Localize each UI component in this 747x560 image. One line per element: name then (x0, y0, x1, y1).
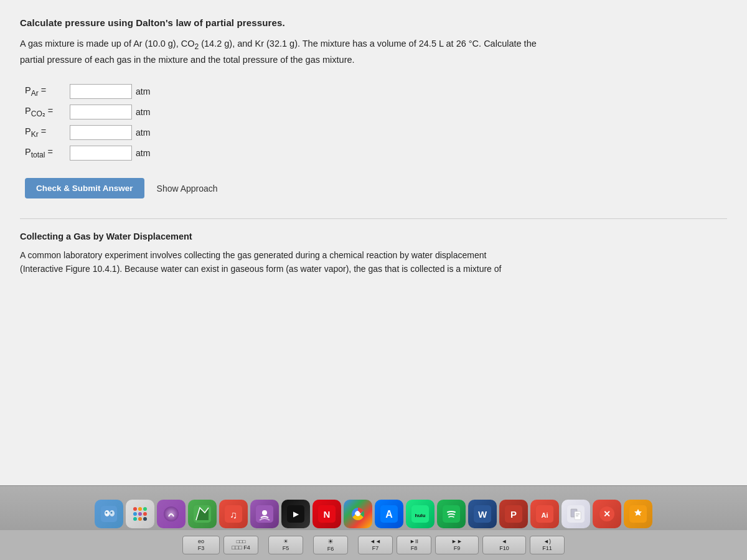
section-title: Calculate pressure using Dalton's law of… (20, 17, 727, 28)
key-f4[interactable]: □□□ □□□ F4 (223, 536, 258, 554)
par-unit: atm (136, 86, 150, 96)
svg-point-8 (133, 512, 137, 516)
key-f4-top: □□□ (237, 539, 246, 545)
svg-point-5 (133, 507, 137, 511)
keyboard-row: eo F3 □□□ □□□ F4 ☀ F5 ☀ F6 ◄◄ F7 ►II F8 … (0, 530, 747, 560)
section2-text-line2: (Interactive Figure 10.4.1). Because wat… (20, 263, 727, 276)
key-f3-label: eo (198, 538, 204, 545)
key-f9[interactable]: ►► F9 (435, 536, 479, 554)
dock-item-preview[interactable] (561, 500, 590, 528)
dock-item-chrome[interactable] (344, 500, 372, 528)
pkr-unit: atm (136, 128, 150, 138)
svg-text:N: N (324, 509, 331, 520)
svg-point-9 (138, 512, 142, 516)
key-f7-icon: ◄◄ (370, 538, 381, 545)
svg-text:hulu: hulu (415, 513, 426, 518)
problem-line1: A gas mixture is made up of Ar (10.0 g),… (20, 39, 537, 49)
svg-text:W: W (478, 509, 487, 520)
svg-point-12 (138, 517, 142, 521)
ptotal-input[interactable] (70, 146, 132, 161)
buttons-row: Check & Submit Answer Show Approach (25, 178, 727, 198)
dock-item-word[interactable]: W (468, 500, 497, 528)
pkr-label: PKr = (25, 126, 70, 139)
key-f5-icon: ☀ (283, 538, 288, 545)
key-f10-label: F10 (499, 545, 509, 552)
dock-item-translate[interactable]: A (375, 500, 403, 528)
dock-item-maps[interactable] (188, 500, 217, 528)
dock-item-podcasts[interactable] (250, 500, 279, 528)
dock-item-system[interactable] (624, 500, 652, 528)
pco2-label: PCO₂ = (25, 106, 70, 118)
svg-point-4 (111, 511, 113, 513)
par-label: PAr = (25, 85, 70, 98)
pco2-input[interactable] (70, 105, 132, 119)
key-f7[interactable]: ◄◄ F7 (358, 536, 393, 554)
divider (20, 218, 727, 219)
pkr-input[interactable] (70, 125, 132, 140)
ptotal-row: Ptotal = atm (25, 146, 727, 161)
problem-text: A gas mixture is made up of Ar (10.0 g),… (20, 37, 727, 67)
key-f7-label: F7 (372, 545, 379, 552)
svg-text:♫: ♫ (230, 510, 237, 520)
key-f8[interactable]: ►II F8 (397, 536, 431, 554)
section2-title: Collecting a Gas by Water Displacement (20, 231, 727, 241)
dock-item-acrobat[interactable]: Ai (530, 500, 559, 528)
svg-point-11 (133, 517, 137, 521)
svg-point-13 (143, 517, 147, 521)
dock-item-close[interactable]: ✕ (593, 500, 621, 528)
key-f3-sublabel: F3 (198, 545, 205, 552)
key-f6[interactable]: ☀ F6 (313, 536, 348, 554)
ptotal-unit: atm (136, 148, 150, 158)
dock-item-music[interactable]: ♫ (219, 500, 248, 528)
svg-point-3 (106, 511, 108, 513)
key-f9-label: F9 (454, 545, 461, 552)
svg-point-6 (138, 507, 142, 511)
dock: ♫ ▶ N A hulu W (91, 491, 656, 528)
show-approach-button[interactable]: Show Approach (157, 184, 218, 194)
ptotal-label: Ptotal = (25, 147, 70, 159)
key-f4-bot: □□□ F4 (232, 544, 250, 551)
dock-item-netflix[interactable]: N (312, 500, 341, 528)
dock-item-hulu[interactable]: hulu (406, 500, 435, 528)
key-f11-label: F11 (542, 545, 552, 552)
dock-item-spotify[interactable] (437, 500, 466, 528)
pco2-row: PCO₂ = atm (25, 105, 727, 119)
key-f6-icon: ☀ (327, 538, 334, 546)
dock-item-powerpoint[interactable]: P (499, 500, 528, 528)
svg-point-26 (356, 511, 360, 516)
svg-text:A: A (385, 509, 393, 520)
svg-point-10 (143, 512, 147, 516)
dock-area: ♫ ▶ N A hulu W (0, 485, 747, 530)
pkr-row: PKr = atm (25, 125, 727, 140)
dock-item-finder[interactable] (95, 500, 123, 528)
key-f10-icon: ◄ (502, 538, 507, 545)
key-f5[interactable]: ☀ F5 (268, 536, 303, 554)
key-f10[interactable]: ◄ F10 (482, 536, 526, 554)
svg-point-19 (262, 510, 267, 515)
main-content: Calculate pressure using Dalton's law of… (0, 0, 747, 485)
dock-item-siri[interactable] (157, 500, 186, 528)
pco2-unit: atm (136, 107, 150, 117)
svg-text:P: P (510, 509, 517, 520)
svg-text:✕: ✕ (603, 509, 611, 519)
key-f6-label: F6 (327, 546, 334, 553)
dock-item-appletv[interactable]: ▶ (281, 500, 310, 528)
section2-text-line1: A common laboratory experiment involves … (20, 249, 727, 263)
key-f3[interactable]: eo F3 (182, 536, 220, 554)
inputs-block: PAr = atm PCO₂ = atm PKr = atm Ptotal = … (25, 84, 727, 161)
svg-text:Ai: Ai (542, 511, 548, 519)
key-f5-label: F5 (283, 545, 289, 552)
key-f9-icon: ►► (451, 538, 463, 545)
key-f11-icon: ◄) (543, 538, 551, 545)
par-input[interactable] (70, 84, 132, 99)
check-submit-button[interactable]: Check & Submit Answer (25, 178, 144, 198)
key-f8-label: F8 (411, 545, 418, 552)
key-f8-icon: ►II (410, 538, 418, 545)
problem-line2: partial pressure of each gas in the mixt… (20, 55, 355, 65)
svg-point-7 (143, 507, 147, 511)
key-f11[interactable]: ◄) F11 (530, 536, 565, 554)
dock-item-launchpad[interactable] (126, 500, 154, 528)
par-row: PAr = atm (25, 84, 727, 99)
